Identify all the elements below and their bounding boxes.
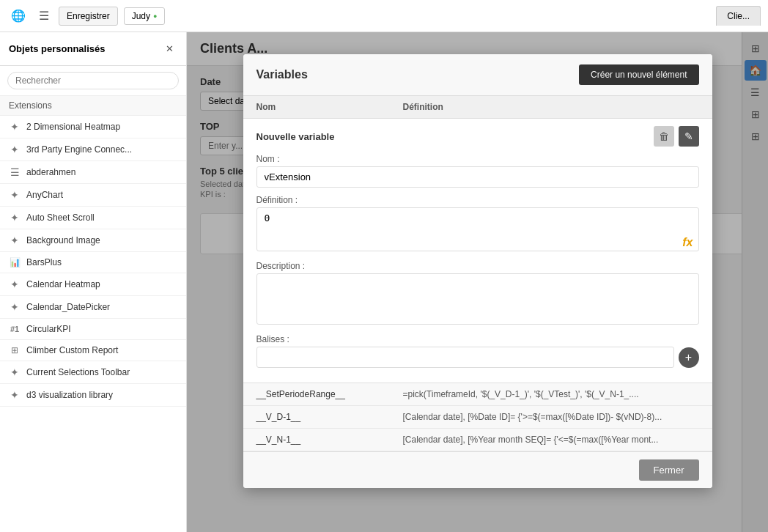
- right-content: Clients A... Date Select date ra... TOP …: [187, 32, 768, 532]
- sidebar-list: ✦ 2 Dimensional Heatmap ✦ 3rd Party Engi…: [0, 116, 186, 532]
- variable-name: __V_N-1__: [256, 435, 403, 445]
- main-layout: Objets personnalisés ✕ Extensions ✦ 2 Di…: [0, 32, 768, 532]
- puzzle-icon: ✦: [9, 366, 21, 378]
- nom-field: Nom :: [256, 154, 699, 188]
- description-label: Description :: [256, 261, 699, 271]
- close-modal-button[interactable]: Fermer: [639, 459, 699, 481]
- sidebar-item-anychart[interactable]: ✦ AnyChart: [0, 184, 186, 207]
- variable-def: [Calendar date], [%Date ID]= {'>=$(=max(…: [403, 412, 699, 422]
- sidebar-item-current-selections[interactable]: ✦ Current Selections Toolbar: [0, 361, 186, 384]
- left-panel-title: Objets personnalisés: [9, 43, 106, 54]
- new-variable-header: Nouvelle variable 🗑 ✎: [256, 126, 699, 147]
- puzzle-icon: ✦: [9, 144, 21, 155]
- sidebar-item-label: Calendar_DatePicker: [26, 302, 110, 312]
- new-variable-section: Nouvelle variable 🗑 ✎ Nom :: [243, 119, 712, 383]
- variable-def: [Calendar date], [%Year month SEQ]= {'<=…: [403, 435, 699, 445]
- new-variable-title: Nouvelle variable: [256, 131, 335, 142]
- delete-variable-button[interactable]: 🗑: [654, 126, 674, 147]
- hash-icon: #1: [9, 325, 21, 333]
- close-panel-btn[interactable]: ✕: [162, 40, 177, 58]
- description-field: Description :: [256, 261, 699, 327]
- definition-label: Définition :: [256, 195, 699, 205]
- grid-icon: ⊞: [9, 345, 21, 355]
- balises-input[interactable]: [256, 347, 674, 368]
- definition-wrap: fx: [256, 207, 699, 254]
- sidebar-item-barsplus[interactable]: 📊 BarsPlus: [0, 252, 186, 273]
- extensions-header: Extensions: [0, 96, 186, 116]
- edit-variable-button[interactable]: ✎: [679, 126, 699, 147]
- modal-title: Variables: [256, 68, 308, 81]
- edit-icon: ✎: [684, 130, 693, 142]
- puzzle-icon: ✦: [9, 301, 21, 313]
- plus-icon: +: [685, 351, 692, 364]
- sidebar-item-calendar-datepicker[interactable]: ✦ Calendar_DatePicker: [0, 296, 186, 319]
- menu-icon-btn[interactable]: ☰: [35, 5, 53, 26]
- sidebar-item-heatmap-2d[interactable]: ✦ 2 Dimensional Heatmap: [0, 116, 186, 138]
- col-nom-header: Nom: [256, 102, 403, 112]
- puzzle-icon: ✦: [9, 234, 21, 246]
- search-area: [0, 66, 186, 96]
- puzzle-icon: ✦: [9, 121, 21, 133]
- variable-name: __SetPeriodeRange__: [256, 389, 403, 399]
- sidebar-item-3rd-party[interactable]: ✦ 3rd Party Engine Connec...: [0, 138, 186, 161]
- puzzle-icon: ✦: [9, 278, 21, 290]
- sidebar-item-climber-custom[interactable]: ⊞ Climber Custom Report: [0, 340, 186, 361]
- left-panel: Objets personnalisés ✕ Extensions ✦ 2 Di…: [0, 32, 187, 532]
- sidebar-item-label: CircularKPI: [26, 324, 71, 334]
- sidebar-item-label: d3 visualization library: [26, 390, 113, 400]
- puzzle-icon: ✦: [9, 189, 21, 201]
- top-toolbar: 🌐 ☰ Enregistrer Judy ● Clie...: [0, 0, 768, 32]
- globe-icon-btn[interactable]: 🌐: [7, 5, 29, 26]
- user-button[interactable]: Judy ●: [124, 7, 166, 25]
- menu-icon: ☰: [39, 10, 49, 22]
- nom-input[interactable]: [256, 166, 699, 188]
- sidebar-item-label: Climber Custom Report: [26, 345, 118, 355]
- sidebar-item-label: Background Image: [26, 235, 100, 245]
- sidebar-item-label: BarsPlus: [26, 257, 62, 267]
- modal-footer: Fermer: [243, 451, 712, 488]
- sidebar-item-label: Calendar Heatmap: [26, 279, 100, 289]
- new-variable-actions: 🗑 ✎: [654, 126, 699, 147]
- sidebar-item-abderahmen[interactable]: ☰ abderahmen: [0, 161, 186, 184]
- sidebar-item-label: 2 Dimensional Heatmap: [26, 122, 120, 132]
- close-icon: ✕: [166, 43, 174, 54]
- sidebar-item-background-image[interactable]: ✦ Background Image: [0, 229, 186, 252]
- balises-wrap: +: [256, 347, 699, 368]
- search-input[interactable]: [7, 72, 179, 89]
- nom-label: Nom :: [256, 154, 699, 164]
- description-textarea[interactable]: [256, 273, 699, 325]
- sidebar-item-circularkpi[interactable]: #1 CircularKPI: [0, 319, 186, 340]
- sidebar-item-label: 3rd Party Engine Connec...: [26, 144, 132, 155]
- modal-header: Variables Créer un nouvel élément: [243, 54, 712, 96]
- col-definition-header: Définition: [403, 102, 699, 112]
- variables-list: __SetPeriodeRange__ =pick(TimeframeId, '…: [243, 383, 712, 451]
- balises-add-button[interactable]: +: [679, 347, 699, 368]
- variable-name: __V_D-1__: [256, 412, 403, 422]
- sidebar-item-auto-sheet-scroll[interactable]: ✦ Auto Sheet Scroll: [0, 207, 186, 229]
- variable-def: =pick(TimeframeId, '$(_V_D-1_)', '$(_VTe…: [403, 389, 699, 399]
- save-button[interactable]: Enregistrer: [59, 7, 118, 26]
- sidebar-item-label: AnyChart: [26, 190, 63, 200]
- definition-textarea[interactable]: [256, 207, 699, 251]
- trash-icon: 🗑: [659, 130, 669, 142]
- fx-button[interactable]: fx: [682, 236, 693, 249]
- sidebar-item-label: Auto Sheet Scroll: [26, 213, 95, 223]
- modal-table-header: Nom Définition: [243, 96, 712, 119]
- sidebar-item-d3[interactable]: ✦ d3 visualization library: [0, 384, 186, 407]
- client-tab[interactable]: Clie...: [716, 6, 761, 26]
- toolbar-right: Clie...: [716, 6, 761, 26]
- list-icon: ☰: [9, 166, 21, 178]
- definition-field: Définition : fx: [256, 195, 699, 254]
- modal-overlay: Variables Créer un nouvel élément Nom Dé…: [187, 32, 768, 532]
- chart-icon: 📊: [9, 257, 21, 267]
- variable-row[interactable]: __SetPeriodeRange__ =pick(TimeframeId, '…: [243, 383, 712, 406]
- sidebar-item-calendar-heatmap[interactable]: ✦ Calendar Heatmap: [0, 273, 186, 296]
- globe-icon: 🌐: [11, 10, 26, 22]
- variables-modal: Variables Créer un nouvel élément Nom Dé…: [243, 54, 712, 488]
- balises-label: Balises :: [256, 334, 699, 344]
- puzzle-icon: ✦: [9, 212, 21, 223]
- variable-row[interactable]: __V_N-1__ [Calendar date], [%Year month …: [243, 429, 712, 451]
- balises-field: Balises : +: [256, 334, 699, 368]
- create-element-button[interactable]: Créer un nouvel élément: [579, 64, 698, 85]
- variable-row[interactable]: __V_D-1__ [Calendar date], [%Date ID]= {…: [243, 406, 712, 429]
